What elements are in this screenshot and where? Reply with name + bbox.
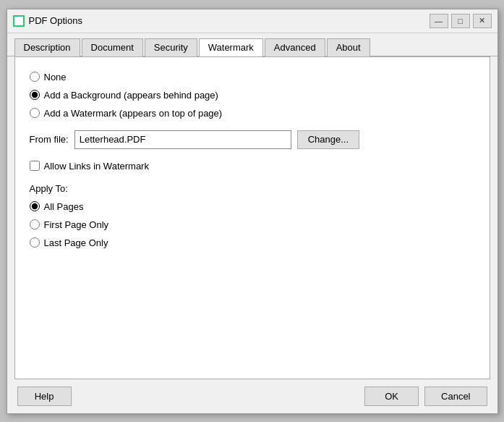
help-button[interactable]: Help — [17, 387, 72, 406]
ok-button[interactable]: OK — [364, 387, 419, 406]
radio-all-pages-label: All Pages — [44, 201, 84, 212]
from-file-label: From file: — [30, 134, 69, 145]
radio-last-page-item[interactable]: Last Page Only — [30, 237, 475, 248]
radio-none[interactable] — [30, 72, 40, 82]
radio-none-item[interactable]: None — [30, 72, 475, 83]
change-button[interactable]: Change... — [297, 130, 359, 149]
radio-last-page[interactable] — [30, 237, 40, 248]
title-bar: PDF Options — □ ✕ — [7, 9, 497, 33]
app-icon — [13, 15, 25, 27]
pdf-options-window: PDF Options — □ ✕ Description Document S… — [7, 9, 498, 414]
minimize-button[interactable]: — — [430, 14, 448, 28]
placement-radio-group: None Add a Background (appears behind pa… — [30, 72, 475, 119]
tab-document[interactable]: Document — [82, 38, 143, 56]
apply-radio-group: All Pages First Page Only Last Page Only — [30, 201, 475, 248]
radio-last-page-label: Last Page Only — [44, 237, 108, 248]
radio-all-pages[interactable] — [30, 201, 40, 211]
radio-first-page-label: First Page Only — [44, 219, 109, 230]
allow-links-row: Allow Links in Watermark — [30, 161, 475, 172]
tab-advanced[interactable]: Advanced — [265, 38, 325, 56]
tab-content: None Add a Background (appears behind pa… — [14, 56, 490, 379]
radio-watermark-item[interactable]: Add a Watermark (appears on top of page) — [30, 108, 475, 119]
from-file-row: From file: Change... — [30, 130, 475, 149]
title-bar-left: PDF Options — [13, 15, 82, 27]
radio-watermark-label: Add a Watermark (appears on top of page) — [44, 108, 223, 119]
footer-right: OK Cancel — [364, 387, 487, 406]
maximize-button[interactable]: □ — [451, 14, 470, 28]
allow-links-label: Allow Links in Watermark — [44, 161, 149, 172]
window-title: PDF Options — [29, 15, 82, 26]
radio-background-label: Add a Background (appears behind page) — [44, 90, 218, 101]
footer: Help OK Cancel — [7, 379, 497, 413]
radio-background[interactable] — [30, 90, 40, 100]
tab-description[interactable]: Description — [14, 38, 80, 56]
tab-security[interactable]: Security — [145, 38, 197, 56]
radio-background-item[interactable]: Add a Background (appears behind page) — [30, 90, 475, 101]
tabs-row: Description Document Security Watermark … — [7, 33, 497, 56]
cancel-button[interactable]: Cancel — [424, 387, 487, 406]
title-controls: — □ ✕ — [430, 14, 492, 28]
tab-about[interactable]: About — [327, 38, 370, 56]
close-button[interactable]: ✕ — [473, 14, 492, 28]
radio-none-label: None — [44, 72, 67, 83]
radio-first-page-item[interactable]: First Page Only — [30, 219, 475, 230]
from-file-input[interactable] — [74, 130, 291, 149]
apply-to-section: Apply To: All Pages First Page Only Last… — [30, 183, 475, 248]
tab-watermark[interactable]: Watermark — [199, 38, 263, 56]
radio-all-pages-item[interactable]: All Pages — [30, 201, 475, 212]
radio-watermark[interactable] — [30, 108, 40, 118]
apply-to-label: Apply To: — [30, 183, 475, 194]
allow-links-checkbox[interactable] — [30, 161, 40, 171]
radio-first-page[interactable] — [30, 219, 40, 229]
